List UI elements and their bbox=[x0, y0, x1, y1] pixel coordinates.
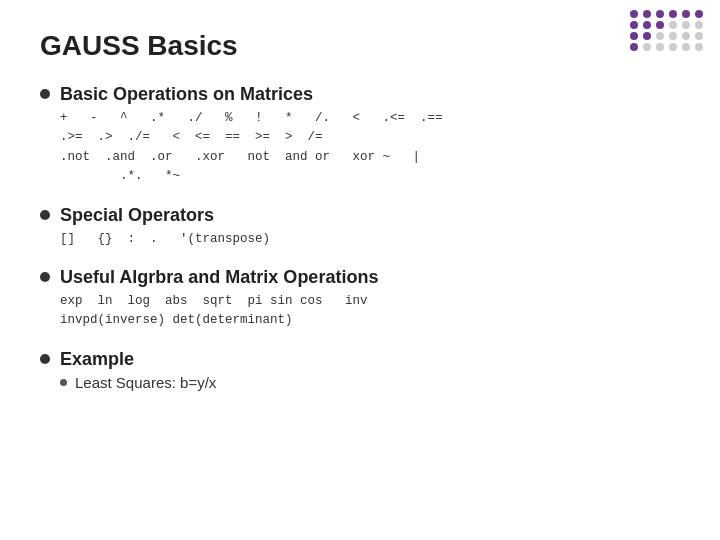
decorative-dot bbox=[630, 21, 638, 29]
decorative-dot bbox=[682, 32, 690, 40]
decorative-dot bbox=[682, 21, 690, 29]
decorative-dot bbox=[669, 21, 677, 29]
section-content-basic-ops: Basic Operations on Matrices+ - ^ .* ./ … bbox=[60, 84, 680, 187]
decorative-dot bbox=[669, 10, 677, 18]
section-item-useful-ops: Useful Algrbra and Matrix Operationsexp … bbox=[40, 267, 680, 331]
decorative-dot bbox=[630, 32, 638, 40]
section-item-example: ExampleLeast Squares: b=y/x bbox=[40, 349, 680, 391]
sub-list-item: Least Squares: b=y/x bbox=[60, 374, 680, 391]
section-content-useful-ops: Useful Algrbra and Matrix Operationsexp … bbox=[60, 267, 680, 331]
bullet-dot bbox=[40, 354, 50, 364]
bullet-dot bbox=[40, 89, 50, 99]
section-content-special-ops: Special Operators[] {} : . '(transpose) bbox=[60, 205, 680, 249]
decorative-dot bbox=[695, 43, 703, 51]
bullet-dot bbox=[40, 210, 50, 220]
page-container: GAUSS Basics Basic Operations on Matrice… bbox=[0, 0, 720, 540]
section-heading-basic-ops: Basic Operations on Matrices bbox=[60, 84, 680, 105]
section-code-basic-ops: + - ^ .* ./ % ! * /. < .<= .== .>= .> ./… bbox=[60, 109, 680, 187]
decorative-dot bbox=[643, 10, 651, 18]
decorative-dot bbox=[630, 43, 638, 51]
decorative-dot bbox=[682, 10, 690, 18]
decorative-dot bbox=[695, 21, 703, 29]
section-content-example: ExampleLeast Squares: b=y/x bbox=[60, 349, 680, 391]
decorative-dot bbox=[695, 10, 703, 18]
section-item-basic-ops: Basic Operations on Matrices+ - ^ .* ./ … bbox=[40, 84, 680, 187]
sub-item-text: Least Squares: b=y/x bbox=[75, 374, 216, 391]
decorative-dot bbox=[669, 43, 677, 51]
decorative-dot bbox=[643, 43, 651, 51]
section-heading-example: Example bbox=[60, 349, 680, 370]
decorative-dot bbox=[643, 21, 651, 29]
sub-list-example: Least Squares: b=y/x bbox=[60, 374, 680, 391]
decorative-dot bbox=[656, 21, 664, 29]
section-code-useful-ops: exp ln log abs sqrt pi sin cos inv invpd… bbox=[60, 292, 680, 331]
sub-bullet-dot bbox=[60, 379, 67, 386]
decorative-dot bbox=[682, 43, 690, 51]
section-list: Basic Operations on Matrices+ - ^ .* ./ … bbox=[40, 84, 680, 391]
section-heading-useful-ops: Useful Algrbra and Matrix Operations bbox=[60, 267, 680, 288]
decorative-dot bbox=[656, 10, 664, 18]
decorative-dot bbox=[695, 32, 703, 40]
decorative-dot bbox=[643, 32, 651, 40]
decorative-dot bbox=[656, 43, 664, 51]
section-code-special-ops: [] {} : . '(transpose) bbox=[60, 230, 680, 249]
bullet-dot bbox=[40, 272, 50, 282]
section-heading-special-ops: Special Operators bbox=[60, 205, 680, 226]
page-title: GAUSS Basics bbox=[40, 30, 680, 62]
decorative-dot bbox=[630, 10, 638, 18]
decorative-dots bbox=[630, 10, 705, 51]
decorative-dot bbox=[669, 32, 677, 40]
section-item-special-ops: Special Operators[] {} : . '(transpose) bbox=[40, 205, 680, 249]
decorative-dot bbox=[656, 32, 664, 40]
